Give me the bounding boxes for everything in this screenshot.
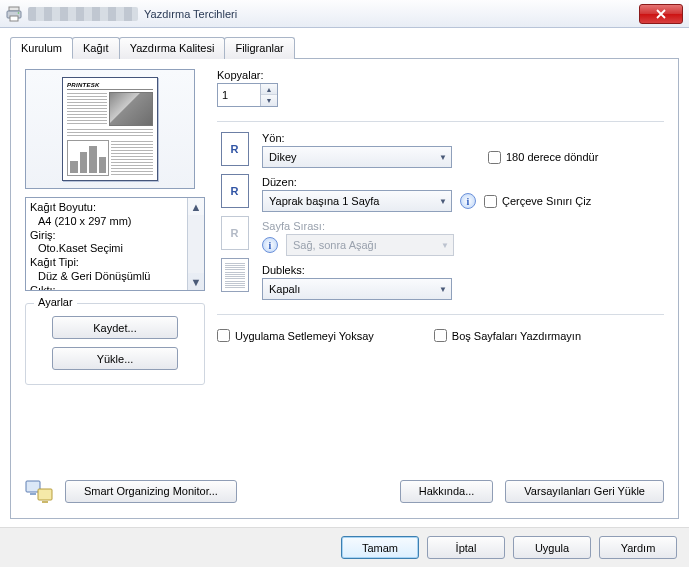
svg-point-3 [18,12,20,14]
tab-filigranlar[interactable]: Filigranlar [224,37,294,59]
bos-sayfa-checkbox[interactable]: Boş Sayfaları Yazdırmayın [434,329,581,342]
icon-glyph: R [231,227,239,239]
document-thumbnail: PRINTESK [62,77,158,181]
button-label: Hakkında... [419,485,475,497]
yon-label: Yön: [262,132,664,144]
left-column: PRINTESK Kağıt Boyutu: A4 (210 x 297 mm)… [25,69,205,504]
cerceve-checkbox[interactable]: Çerçeve Sınırı Çiz [484,195,591,208]
summary-line: Giriş: [30,229,183,243]
rotate180-input[interactable] [488,151,501,164]
svg-rect-7 [42,501,48,503]
chevron-down-icon: ▼ [441,241,449,250]
chevron-down-icon: ▼ [439,197,447,206]
tab-label: Filigranlar [235,42,283,54]
pageorder-icon: R [221,216,249,250]
spin-down-icon[interactable]: ▼ [261,95,277,106]
bottom-checks: Uygulama Setlemeyi Yoksay Boş Sayfaları … [217,329,664,342]
yoksay-input[interactable] [217,329,230,342]
button-label: İptal [456,542,477,554]
smart-organizing-monitor-button[interactable]: Smart Organizing Monitor... [65,480,237,503]
duzen-combo[interactable]: Yaprak başına 1 Sayfa ▼ [262,190,452,212]
printer-icon [6,6,22,22]
info-icon[interactable]: i [262,237,278,253]
tab-content: PRINTESK Kağıt Boyutu: A4 (210 x 297 mm)… [10,59,679,519]
printer-model-blurred [28,7,138,21]
yardim-button[interactable]: Yardım [599,536,677,559]
dialog-footer: Tamam İptal Uygula Yardım [0,527,689,567]
svg-rect-6 [38,489,52,500]
bos-sayfa-input[interactable] [434,329,447,342]
tabstrip: Kurulum Kağıt Yazdırma Kalitesi Filigran… [10,36,679,59]
tab-label: Kurulum [21,42,62,54]
iptal-button[interactable]: İptal [427,536,505,559]
rotate180-checkbox[interactable]: 180 derece döndür [488,151,598,164]
button-label: Kaydet... [93,322,136,334]
spin-up-icon[interactable]: ▲ [261,84,277,95]
duplex-icon [221,258,249,292]
tab-kagit[interactable]: Kağıt [72,37,120,59]
orientation-icons: R R R [217,132,252,308]
kopyalar-spinner[interactable]: ▲ ▼ [217,83,278,107]
page-preview: PRINTESK [25,69,195,189]
svg-rect-0 [9,7,19,11]
separator [217,121,664,122]
titlebar: Yazdırma Tercihleri [0,0,689,28]
tab-label: Kağıt [83,42,109,54]
settings-summary-list: Kağıt Boyutu: A4 (210 x 297 mm) Giriş: O… [25,197,205,291]
scroll-up-icon[interactable]: ▲ [188,198,204,215]
kaydet-button[interactable]: Kaydet... [52,316,178,339]
close-button[interactable] [639,4,683,24]
tab-label: Yazdırma Kalitesi [130,42,215,54]
checkbox-label: Uygulama Setlemeyi Yoksay [235,330,374,342]
summary-line: Kağıt Boyutu: [30,201,183,215]
tab-yazdirma-kalitesi[interactable]: Yazdırma Kalitesi [119,37,226,59]
summary-scrollbar[interactable]: ▲ ▼ [187,198,204,290]
cerceve-input[interactable] [484,195,497,208]
tab-footer: Smart Organizing Monitor... Hakkında... … [25,478,664,504]
button-label: Smart Organizing Monitor... [84,485,218,497]
group-legend: Ayarlar [34,296,77,308]
icon-glyph: R [231,185,239,197]
chevron-down-icon: ▼ [439,153,447,162]
scrollbar-track[interactable] [188,215,204,273]
checkbox-label: 180 derece döndür [506,151,598,163]
separator [217,314,664,315]
ayarlar-group: Ayarlar Kaydet... Yükle... [25,303,205,385]
yoksay-checkbox[interactable]: Uygulama Setlemeyi Yoksay [217,329,374,342]
svg-rect-5 [30,493,36,495]
kopyalar-label: Kopyalar: [217,69,664,81]
scroll-down-icon[interactable]: ▼ [188,273,204,290]
kopyalar-input[interactable] [218,84,260,106]
combo-value: Sağ, sonra Aşağı [293,239,377,251]
varsayilanlari-geri-yukle-button[interactable]: Varsayılanları Geri Yükle [505,480,664,503]
sayfasirasi-label: Sayfa Sırası: [262,220,664,232]
dubleks-combo[interactable]: Kapalı ▼ [262,278,452,300]
thumb-header: PRINTESK [67,82,153,90]
duzen-label: Düzen: [262,176,664,188]
right-column: Kopyalar: ▲ ▼ R R R [217,69,664,504]
yukle-button[interactable]: Yükle... [52,347,178,370]
tamam-button[interactable]: Tamam [341,536,419,559]
summary-line: A4 (210 x 297 mm) [30,215,183,229]
monitor-devices-icon [25,478,53,504]
icon-glyph: R [231,143,239,155]
summary-line: Kağıt Tipi: [30,256,183,270]
yon-combo[interactable]: Dikey ▼ [262,146,452,168]
info-icon[interactable]: i [460,193,476,209]
tab-kurulum[interactable]: Kurulum [10,37,73,59]
layout-icon: R [221,174,249,208]
portrait-icon: R [221,132,249,166]
combo-value: Yaprak başına 1 Sayfa [269,195,379,207]
dubleks-label: Dubleks: [262,264,664,276]
button-label: Varsayılanları Geri Yükle [524,485,645,497]
svg-rect-2 [10,16,18,21]
button-label: Uygula [535,542,569,554]
summary-line: Oto.Kaset Seçimi [30,242,183,256]
chevron-down-icon: ▼ [439,285,447,294]
hakkinda-button[interactable]: Hakkında... [400,480,494,503]
window-title: Yazdırma Tercihleri [144,8,237,20]
combo-value: Dikey [269,151,297,163]
button-label: Yardım [621,542,656,554]
dialog-body: Kurulum Kağıt Yazdırma Kalitesi Filigran… [0,28,689,527]
uygula-button[interactable]: Uygula [513,536,591,559]
